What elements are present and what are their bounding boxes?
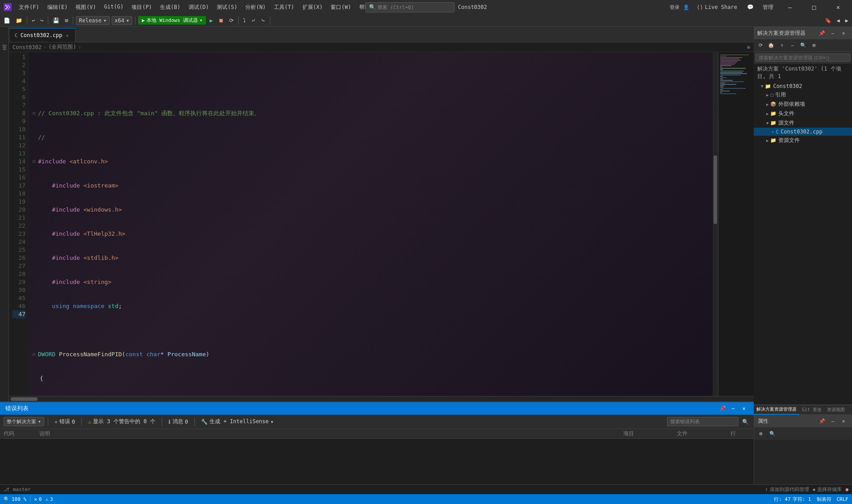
- close-se-button[interactable]: ✕: [839, 29, 848, 37]
- feedback-icon[interactable]: 💬: [744, 4, 756, 10]
- pin-props-button[interactable]: 📌: [817, 417, 827, 425]
- nav-back-button[interactable]: ◀: [835, 17, 842, 25]
- start-no-debug-button[interactable]: ▶: [208, 17, 214, 25]
- nav-forward-button[interactable]: ▶: [844, 17, 850, 25]
- menu-project[interactable]: 项目(P): [128, 2, 155, 13]
- select-repository-button[interactable]: ◆ 选择存储库: [813, 486, 842, 493]
- step-into-button[interactable]: ⤶: [249, 17, 257, 25]
- menu-build[interactable]: 生成(B): [156, 2, 184, 13]
- save-all-button[interactable]: ⊞: [63, 17, 70, 25]
- step-out-button[interactable]: ⤷: [259, 17, 267, 25]
- col-header-line[interactable]: 行: [727, 430, 754, 437]
- new-file-button[interactable]: 📄: [2, 17, 12, 25]
- tree-cpp-file[interactable]: + C Const0302.cpp: [754, 128, 852, 136]
- menu-analyze[interactable]: 分析(N): [242, 2, 269, 13]
- toggle-float-button[interactable]: —: [729, 404, 738, 412]
- maximize-button[interactable]: □: [804, 0, 824, 14]
- menu-window[interactable]: 窗口(W): [327, 2, 355, 13]
- indent-status[interactable]: 制表符: [817, 496, 831, 503]
- col-header-project[interactable]: 项目: [620, 430, 673, 437]
- minimize-button[interactable]: —: [780, 0, 800, 14]
- platform-dropdown[interactable]: x64 ▾: [112, 16, 133, 25]
- col-header-code[interactable]: 代码: [0, 430, 36, 437]
- pin-panel-button[interactable]: 📌: [718, 404, 727, 412]
- menu-debug[interactable]: 调试(D): [185, 2, 213, 13]
- tree-external-deps[interactable]: ▶ 📦 外部依赖项: [754, 100, 852, 109]
- menu-tools[interactable]: 工具(T): [270, 2, 298, 13]
- add-icon[interactable]: ⊕: [747, 44, 750, 50]
- props-btn-search[interactable]: 🔍: [768, 429, 777, 438]
- open-button[interactable]: 📁: [14, 17, 24, 25]
- position-status[interactable]: 行: 47 字符: 1: [774, 496, 811, 503]
- collapse-icon-1[interactable]: ⊟: [33, 109, 37, 117]
- live-share-button[interactable]: ⟨⟩ Live Share: [693, 3, 741, 11]
- se-btn-5[interactable]: 🔍: [798, 41, 808, 50]
- horizontal-scrollbar[interactable]: [9, 396, 754, 401]
- vertical-scrollbar[interactable]: [713, 52, 718, 396]
- col-header-file[interactable]: 文件: [673, 430, 727, 437]
- collapse-icon-11[interactable]: ⊟: [33, 350, 37, 358]
- close-props-button[interactable]: ✕: [839, 417, 848, 425]
- right-bottom-tab-se[interactable]: 解决方案资源管理器: [754, 405, 799, 415]
- right-bottom-tab-git[interactable]: Git 更改: [799, 405, 824, 415]
- breadcrumb-scope[interactable]: (全局范围): [48, 43, 76, 51]
- toggle-props-button[interactable]: —: [828, 417, 838, 425]
- menu-view[interactable]: 视图(V): [72, 2, 100, 13]
- menu-edit[interactable]: 编辑(E): [44, 2, 71, 13]
- props-btn-grid[interactable]: ⊞: [756, 429, 766, 438]
- pin-se-button[interactable]: 📌: [817, 29, 827, 37]
- se-btn-2[interactable]: 🏠: [766, 41, 776, 50]
- se-btn-3[interactable]: ↑: [777, 41, 787, 50]
- col-header-desc[interactable]: 说明: [36, 430, 620, 437]
- h-scroll-thumb[interactable]: [11, 397, 38, 401]
- menu-git[interactable]: Git(G): [101, 2, 127, 13]
- se-btn-6[interactable]: ⊞: [809, 41, 819, 50]
- build-filter-badge[interactable]: 🔧 生成 + IntelliSense ▾: [198, 417, 277, 426]
- tree-headers[interactable]: ▶ 📁 头文件: [754, 109, 852, 118]
- collapse-icon-3[interactable]: ⊟: [33, 158, 37, 166]
- tree-sources[interactable]: ▼ 📁 源文件: [754, 118, 852, 128]
- menu-test[interactable]: 测试(S): [213, 2, 241, 13]
- warning-status[interactable]: ⚠ 3: [45, 496, 53, 502]
- tab-close-button[interactable]: ✕: [65, 33, 70, 38]
- code-content[interactable]: ⊟// Const0302.cpp : 此文件包含 "main" 函数。程序执行…: [29, 52, 713, 396]
- warning-count-badge[interactable]: ⚠ 显示 3 个警告中的 0 个: [85, 417, 158, 426]
- encoding-status[interactable]: CRLF: [837, 496, 849, 502]
- tree-resources[interactable]: ▶ 📁 资源文件: [754, 136, 852, 145]
- manage-label[interactable]: 管理: [760, 4, 776, 11]
- error-search-box[interactable]: 搜索错误列表: [667, 417, 739, 426]
- undo-button[interactable]: ↩: [30, 17, 37, 25]
- user-icon[interactable]: 👤: [683, 4, 689, 10]
- close-panel-button[interactable]: ✕: [739, 404, 748, 412]
- tree-project[interactable]: ▼ 📁 Const0302: [754, 82, 852, 90]
- code-editor[interactable]: 1 2 3 4 5 6 7 8 9 10 11 12 13: [9, 52, 754, 396]
- zoom-status[interactable]: 🔍 100 %: [4, 496, 26, 502]
- toggle-se-button[interactable]: —: [828, 29, 838, 37]
- save-button[interactable]: 💾: [51, 17, 61, 25]
- scope-dropdown[interactable]: 整个解决方案 ▾: [4, 417, 44, 426]
- close-button[interactable]: ✕: [828, 0, 848, 14]
- restart-button[interactable]: ⟳: [227, 17, 235, 25]
- se-search-input[interactable]: [755, 54, 850, 62]
- title-search-box[interactable]: 🔍 搜索 (Ctrl+Q): [365, 2, 454, 12]
- breadcrumb-project[interactable]: Const0302: [13, 44, 42, 50]
- tree-references[interactable]: ▶ □ 引用: [754, 90, 852, 100]
- error-status[interactable]: ✕ 0: [34, 496, 42, 502]
- se-btn-1[interactable]: ⟳: [755, 41, 765, 50]
- error-search-button[interactable]: 🔍: [740, 417, 750, 426]
- build-config-dropdown[interactable]: Release ▾: [76, 16, 110, 25]
- menu-extensions[interactable]: 扩展(X): [299, 2, 327, 13]
- editor-tab-active[interactable]: C Const0302.cpp ✕: [9, 28, 76, 42]
- menu-file[interactable]: 文件(F): [15, 2, 43, 13]
- bookmark-button[interactable]: 🔖: [823, 17, 833, 25]
- login-label[interactable]: 登录: [670, 4, 680, 11]
- redo-button[interactable]: ↪: [38, 17, 45, 25]
- step-over-button[interactable]: ⤵: [241, 17, 248, 25]
- stop-button[interactable]: ⏹: [217, 17, 226, 25]
- add-source-control-button[interactable]: ↑ 添加到源代码管理: [765, 486, 809, 493]
- message-count-badge[interactable]: ℹ 消息 0: [166, 417, 191, 426]
- scrollbar-thumb[interactable]: [713, 155, 717, 224]
- run-debug-button[interactable]: ▶ 本地 Windows 调试器 ▾: [138, 16, 206, 25]
- right-bottom-tab-resources[interactable]: 资源视图: [824, 405, 848, 415]
- error-count-badge[interactable]: ✕ 错误 0: [52, 417, 78, 426]
